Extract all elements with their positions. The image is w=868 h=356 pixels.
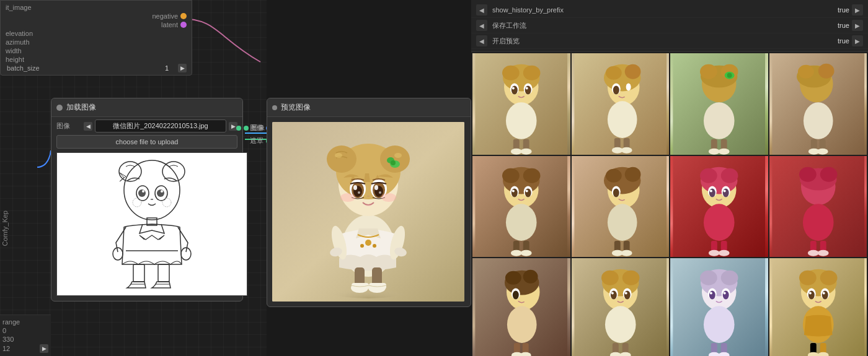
param1-name: show_history_by_prefix (487, 6, 825, 14)
range-area: range 0 330 12 ▶ (0, 315, 51, 356)
svg-point-143 (704, 204, 735, 241)
latent-dot (180, 22, 187, 28)
svg-point-62 (512, 87, 515, 90)
svg-point-0 (124, 160, 180, 220)
batch-increase-btn[interactable]: ▶ (178, 64, 187, 72)
load-image-title: 加载图像 (66, 102, 96, 113)
svg-point-6 (157, 189, 164, 197)
width-label: width (6, 47, 22, 54)
preview-left-connector: 图像 (236, 123, 265, 132)
svg-point-146 (709, 250, 720, 256)
param3-left-btn[interactable]: ◀ (476, 35, 487, 46)
svg-point-99 (803, 102, 833, 139)
svg-point-61 (525, 86, 531, 95)
svg-point-124 (624, 167, 640, 182)
svg-point-98 (818, 64, 834, 79)
range-value1: 0 (2, 327, 6, 334)
svg-point-181 (604, 306, 636, 344)
range-value2: 330 (2, 336, 14, 343)
param2-left-btn[interactable]: ◀ (476, 20, 487, 31)
range-value1-row: 0 (2, 326, 48, 335)
svg-point-7 (142, 190, 144, 193)
grid-cell-r2c4[interactable] (769, 156, 867, 258)
svg-point-17 (325, 280, 412, 298)
right-panel-header: ◀ show_history_by_prefix true ▶ ◀ 保存工作流 … (471, 0, 868, 52)
grid-cell-r2c2[interactable] (572, 156, 670, 258)
svg-point-164 (513, 291, 519, 300)
svg-point-13 (181, 248, 191, 260)
preview-dot (272, 105, 277, 110)
svg-point-173 (601, 271, 618, 285)
svg-point-153 (802, 204, 833, 241)
height-label: height (6, 56, 24, 63)
negative-row: negative (6, 12, 187, 20)
param2-right-btn[interactable]: ▶ (852, 20, 863, 31)
svg-point-112 (525, 188, 531, 197)
preview-title: 预览图像 (281, 102, 311, 113)
range-increment-btn[interactable]: ▶ (40, 344, 48, 353)
svg-point-81 (621, 147, 632, 154)
svg-point-180 (624, 292, 627, 295)
height-row: height (6, 55, 187, 64)
svg-point-37 (394, 153, 402, 158)
svg-point-30 (360, 244, 364, 248)
param3-right-btn[interactable]: ▶ (852, 35, 863, 46)
svg-point-35 (380, 145, 410, 173)
sketch-preview (56, 152, 247, 296)
svg-point-211 (808, 292, 811, 295)
svg-point-152 (820, 167, 837, 182)
svg-point-9 (133, 198, 141, 207)
svg-point-190 (721, 271, 738, 285)
grid-cell-r3c1[interactable] (472, 258, 570, 356)
comfy-label: Comfy_Kep (1, 211, 9, 246)
svg-point-75 (626, 84, 631, 91)
svg-point-126 (613, 188, 619, 197)
grid-cell-r1c1[interactable] (472, 53, 570, 155)
range-value3: 12 (2, 345, 10, 352)
svg-point-8 (161, 190, 163, 193)
svg-point-52 (381, 193, 396, 202)
file-prev-btn[interactable]: ◀ (84, 122, 92, 131)
preview-connector-label: 图像 (251, 123, 265, 132)
svg-point-63 (526, 87, 528, 90)
file-label: 图像 (56, 121, 81, 131)
svg-point-92 (709, 149, 720, 155)
grid-cell-r2c3[interactable] (670, 156, 768, 258)
svg-point-165 (507, 306, 537, 344)
svg-point-72 (605, 66, 621, 80)
param1-left-btn[interactable]: ◀ (476, 4, 487, 15)
svg-point-47 (353, 185, 357, 190)
param3-name: 开启预览 (487, 37, 825, 46)
preview-image-large (272, 122, 464, 302)
svg-point-64 (506, 102, 537, 139)
file-selector-row: 图像 ◀ 微信图片_20240222010513.jpg ▶ (51, 117, 242, 135)
grid-cell-r3c4[interactable] (769, 258, 867, 356)
upload-button[interactable]: choose file to upload (56, 135, 237, 149)
grid-cell-r1c3[interactable] (670, 53, 768, 155)
azimuth-label: azimuth (6, 38, 30, 46)
svg-point-93 (719, 149, 730, 155)
svg-point-76 (613, 86, 619, 95)
elevation-row: elevation (6, 29, 187, 38)
svg-point-189 (700, 271, 717, 285)
grid-cell-r1c4[interactable] (769, 53, 867, 155)
param1-right-btn[interactable]: ▶ (852, 4, 863, 15)
range-value2-row: 330 (2, 335, 48, 344)
svg-point-119 (521, 250, 532, 256)
svg-point-88 (727, 73, 732, 78)
grid-cell-r3c3[interactable] (670, 258, 768, 356)
grid-cell-r1c2[interactable] (572, 53, 670, 155)
param3-value: true (825, 37, 849, 45)
param-row-3: ◀ 开启预览 true ▶ (471, 33, 868, 49)
grid-cell-r3c2[interactable] (572, 258, 670, 356)
grid-cell-r2c1[interactable] (472, 156, 570, 258)
negative-dot (180, 13, 187, 19)
svg-point-12 (113, 248, 123, 260)
svg-point-56 (502, 66, 520, 80)
svg-point-162 (523, 270, 538, 284)
file-name-display: 微信图片_20240222010513.jpg (95, 119, 226, 132)
svg-point-108 (523, 168, 541, 183)
svg-point-141 (710, 189, 712, 192)
svg-point-107 (502, 168, 520, 183)
svg-point-140 (723, 188, 729, 197)
